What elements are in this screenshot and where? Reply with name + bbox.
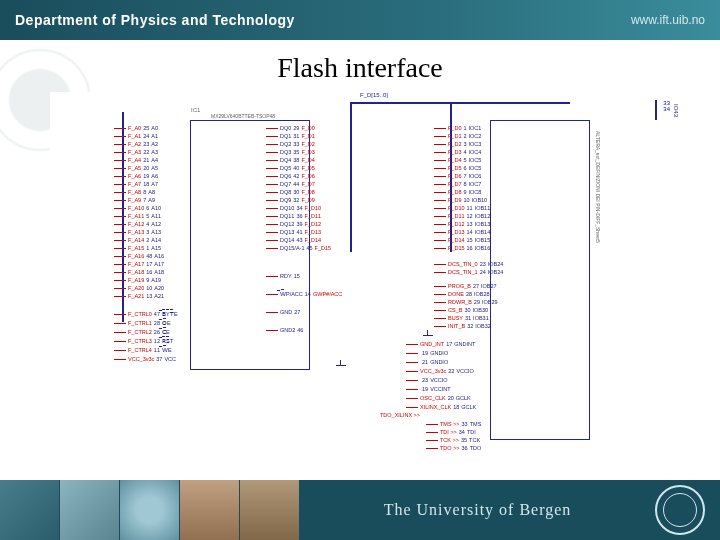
- pin-row: GND_INT17GNDINT: [420, 340, 475, 348]
- pin-row: GND27: [280, 308, 302, 316]
- pin-row: F_D67IOC6: [448, 172, 481, 180]
- pin-row: DQ932F_D9: [280, 196, 315, 204]
- pin-row: F_D1516IOB16: [448, 244, 490, 252]
- pin-row: F_A2113A21: [128, 292, 164, 300]
- pin-row: F_D56IOC5: [448, 164, 481, 172]
- pin-row: F_A1717A17: [128, 260, 164, 268]
- pin-row: TDO >>36TDO: [440, 444, 481, 452]
- pin-row: F_CTRL128̅O̅E: [128, 319, 171, 327]
- bus-label: F_D[15..0]: [360, 92, 388, 98]
- pin-row: DQ1341F_D13: [280, 228, 321, 236]
- pin-row: F_A718A7: [128, 180, 158, 188]
- pin-row: F_D12IOC2: [448, 132, 481, 140]
- pin-row: RDY15: [280, 272, 302, 280]
- pin-row: PROG_B27IOB27: [448, 282, 497, 290]
- pin-row: F_A124A1: [128, 132, 158, 140]
- pin-row: F_A115A11: [128, 212, 161, 220]
- fpga-chip: ALTERA_ext_DEFINIZIONI DEI PIN-DIFF_Shee…: [490, 120, 590, 440]
- pin-row: DQ540F_D5: [280, 164, 315, 172]
- power-block: 3334 IO43: [663, 100, 670, 112]
- pin-row: GND246: [280, 326, 305, 334]
- pin-row: DCS_TIN_023IOB24: [448, 260, 503, 268]
- pin-row: DQ131F_D1: [280, 132, 315, 140]
- pin-row: XILINX_CLK18GCLK: [420, 403, 476, 411]
- pin-row: TCK >>35TCK: [440, 436, 480, 444]
- gnd-symbol-2: [422, 330, 434, 340]
- data-bus-v1: [350, 102, 352, 252]
- pin-row: RDWR_B29IOB29: [448, 298, 498, 306]
- pin-row: F_D1112IOB12: [448, 212, 490, 220]
- pin-row: F_D1011IOB11: [448, 204, 490, 212]
- pin-row: F_D34IOC4: [448, 148, 481, 156]
- pin-row: F_A322A3: [128, 148, 158, 156]
- pin-row: INIT_B32IOB32: [448, 322, 491, 330]
- pin-row: F_CTRL411̅W̅E: [128, 346, 172, 354]
- pin-row: ̅W̅P/ACC14GWP#/ACC: [280, 290, 342, 298]
- ic1-part: MX29LV640BTTEB-TSOP48: [211, 113, 275, 119]
- pin-row: F_A88A8: [128, 188, 155, 196]
- footer-images: [0, 480, 300, 540]
- pin-row: 19VCCINT: [420, 385, 451, 393]
- dept-name: Department of Physics and Technology: [15, 12, 295, 28]
- ic1-ref: IC1: [191, 107, 200, 113]
- pin-row: 23VCCIO: [420, 376, 448, 384]
- pin-row: DQ1239F_D12: [280, 220, 321, 228]
- pin-row: BUSY31IOB31: [448, 314, 489, 322]
- pin-row: TMS >>33TMS: [440, 420, 481, 428]
- data-bus: [350, 102, 570, 104]
- pin-row: 19GNDIO: [420, 349, 448, 357]
- pin-row: F_D1415IOB15: [448, 236, 490, 244]
- pin-row: DQ1136F_D11: [280, 212, 321, 220]
- pin-row: F_CTRL226̅C̅E: [128, 328, 170, 336]
- pin-row: VCC_3v3c22VCCIO: [420, 367, 474, 375]
- pin-row: DQ233F_D2: [280, 140, 315, 148]
- pin-row: F_A151A15: [128, 244, 161, 252]
- header-url: www.ift.uib.no: [631, 13, 705, 27]
- footer-bar: The University of Bergen: [0, 480, 720, 540]
- pin-row: F_D910IOB10: [448, 196, 487, 204]
- schematic-diagram: F_D[15..0] IC1 MX29LV640BTTEB-TSOP48 ALT…: [50, 92, 670, 472]
- pin-row: F_A1648A16: [128, 252, 164, 260]
- pin-row: F_A2010A20: [128, 284, 164, 292]
- pin-row: DQ744F_D7: [280, 180, 315, 188]
- pin-row: F_D01IOC1: [448, 124, 481, 132]
- gnd-symbol: [335, 360, 347, 370]
- pin-row: F_A97A9: [128, 196, 155, 204]
- pin-row: 21GNDIO: [420, 358, 448, 366]
- pin-row: F_D45IOC5: [448, 156, 481, 164]
- pin-row: F_A223A2: [128, 140, 158, 148]
- pin-row: F_A199A19: [128, 276, 161, 284]
- pin-row: F_A106A10: [128, 204, 161, 212]
- pin-row: DQ642F_D6: [280, 172, 315, 180]
- pin-row: F_D78IOC7: [448, 180, 481, 188]
- pin-row: OSC_CLK20GCLK: [420, 394, 471, 402]
- pin-row: CS_B30IOB30: [448, 306, 488, 314]
- header-bar: Department of Physics and Technology www…: [0, 0, 720, 40]
- pin-row: F_A520A5: [128, 164, 158, 172]
- pin-row: TDI >>34TDI: [440, 428, 476, 436]
- pin-row: F_A1816A18: [128, 268, 164, 276]
- university-logo: [655, 485, 705, 535]
- pin-row: F_A142A14: [128, 236, 161, 244]
- pin-row: DQ029F_D0: [280, 124, 315, 132]
- pin-row: F_CTRL312̅R̅S̅T: [128, 337, 173, 345]
- pin-row: VCC_3v3c37VCC: [128, 355, 176, 363]
- pin-row: F_D89IOC8: [448, 188, 481, 196]
- pin-row: F_A619A6: [128, 172, 158, 180]
- pin-row: DQ335F_D3: [280, 148, 315, 156]
- pin-row: F_A124A12: [128, 220, 161, 228]
- pin-row: F_A025A0: [128, 124, 158, 132]
- pin-row: F_A421A4: [128, 156, 158, 164]
- pin-row: F_A133A13: [128, 228, 161, 236]
- pin-row: DQ1034F_D10: [280, 204, 321, 212]
- pin-row: F_CTRL047̅B̅Y̅T̅E: [128, 310, 178, 318]
- pin-row: DQ1443F_D14: [280, 236, 321, 244]
- pin-row: DONE28IOB28: [448, 290, 490, 298]
- pin-row: DCS_TIN_124IOB24: [448, 268, 503, 276]
- tdo-net: TDO_XILINX >>: [380, 412, 420, 418]
- pin-row: F_D1213IOB13: [448, 220, 490, 228]
- ic2-label: ALTERA_ext_DEFINIZIONI DEI PIN-DIFF_Shee…: [595, 131, 601, 331]
- pin-row: DQ15/A-145F_D15: [280, 244, 331, 252]
- pin-row: DQ438F_D4: [280, 156, 315, 164]
- pin-row: F_D1314IOB14: [448, 228, 490, 236]
